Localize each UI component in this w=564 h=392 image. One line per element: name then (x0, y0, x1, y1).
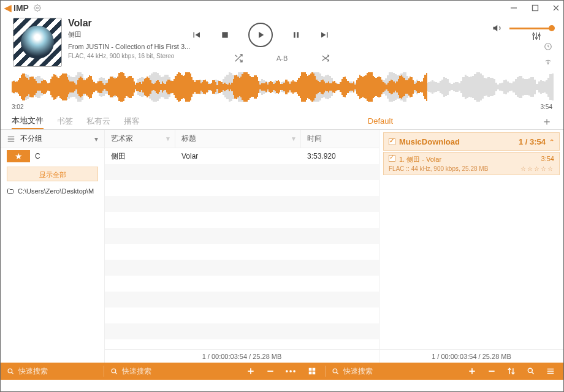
svg-marker-8 (494, 25, 498, 32)
svg-line-19 (235, 55, 237, 57)
more-button[interactable]: ••• (286, 367, 297, 375)
add-button[interactable] (246, 367, 255, 375)
svg-rect-32 (309, 372, 312, 375)
playlist-header[interactable]: MusicDownload 1 / 3:54 ⌃ (383, 132, 560, 151)
svg-point-12 (533, 34, 535, 36)
svg-line-40 (532, 372, 534, 374)
equalizer-button[interactable] (532, 31, 541, 41)
filter-icon[interactable]: ▼ (291, 135, 297, 142)
settings-gear-icon[interactable] (34, 4, 41, 12)
col-artist-header[interactable]: 艺术家▼ (105, 130, 175, 148)
show-all-button[interactable]: 显示全部 (7, 167, 98, 181)
remove-button[interactable] (266, 367, 275, 375)
next-track-button[interactable] (319, 29, 330, 40)
svg-rect-7 (297, 32, 299, 37)
window-maximize-icon[interactable] (532, 4, 539, 12)
cell-artist: 侧田 (105, 151, 175, 162)
search-input-mid[interactable]: 快速搜索 (122, 366, 151, 377)
window-close-icon[interactable] (552, 4, 560, 12)
search-input-left[interactable]: 快速搜索 (18, 366, 48, 377)
tab-private-cloud[interactable]: 私有云 (86, 113, 110, 129)
time-current: 3:02 (12, 104, 23, 110)
hamburger-icon[interactable] (7, 135, 15, 143)
checkbox-icon[interactable] (389, 138, 395, 145)
tab-local-files[interactable]: 本地文件 (12, 113, 44, 129)
filter-icon[interactable]: ▼ (165, 135, 171, 142)
search-icon (332, 368, 340, 375)
cell-title: Volar (175, 152, 301, 160)
cell-time: 3:53.920 (301, 152, 362, 160)
star-tag[interactable]: ★ (7, 150, 30, 162)
add-button[interactable] (468, 367, 476, 375)
playlist-count: 1 / 3:54 (519, 137, 546, 146)
group-dropdown-icon[interactable]: ▾ (94, 135, 98, 143)
col-title-header[interactable]: 标题▼ (175, 130, 301, 148)
filter-letter: C (35, 152, 40, 160)
svg-line-35 (337, 372, 338, 374)
playlist-name: MusicDownload (399, 137, 460, 146)
mid-status: 1 / 00:00:03:54 / 25.28 MB (105, 349, 379, 363)
remove-button[interactable] (487, 367, 496, 375)
volume-slider[interactable] (509, 28, 552, 29)
item-spec: FLAC :: 44 kHz, 900 kbps, 25.28 MB (389, 165, 488, 172)
sort-button[interactable] (507, 367, 516, 375)
checkbox-icon[interactable] (389, 155, 395, 162)
svg-line-24 (12, 372, 13, 374)
item-duration: 3:54 (541, 155, 554, 164)
svg-point-34 (333, 369, 337, 373)
stop-button[interactable] (220, 30, 230, 40)
app-logo: ◀ IMP (4, 2, 29, 13)
pause-button[interactable] (291, 30, 301, 40)
crossfade-button[interactable] (321, 53, 330, 63)
svg-rect-33 (313, 372, 316, 375)
menu-button[interactable] (546, 367, 555, 375)
svg-rect-2 (533, 6, 538, 11)
wifi-icon[interactable] (544, 57, 552, 66)
item-label: 1. 侧田 - Volar (399, 155, 441, 164)
clock-icon[interactable] (544, 42, 552, 51)
window-minimize-icon[interactable] (509, 4, 518, 12)
col-time-header[interactable]: 时间 (301, 130, 362, 148)
svg-rect-30 (309, 368, 312, 371)
svg-rect-6 (294, 32, 295, 37)
folder-row[interactable]: C:\Users\Zero\Desktop\M (1, 184, 104, 198)
item-rating[interactable]: ☆☆☆☆☆ (520, 165, 554, 172)
ab-repeat-button[interactable]: A-B (276, 55, 288, 62)
empty-rows (105, 164, 379, 349)
shuffle-button[interactable] (234, 53, 243, 63)
prev-track-button[interactable] (191, 29, 202, 40)
svg-point-39 (528, 368, 532, 372)
volume-icon[interactable] (492, 23, 503, 34)
search-input-right[interactable]: 快速搜索 (343, 366, 373, 377)
svg-rect-31 (313, 368, 316, 371)
app-name: IMP (13, 3, 29, 13)
logo-chevron-icon: ◀ (4, 2, 12, 13)
add-playlist-button[interactable]: ＋ (541, 114, 552, 129)
search-icon (110, 368, 118, 375)
search-button[interactable] (527, 367, 535, 375)
svg-point-25 (112, 369, 116, 373)
svg-point-14 (538, 34, 540, 36)
folder-path: C:\Users\Zero\Desktop\M (18, 187, 94, 195)
waveform-seek[interactable] (12, 72, 552, 102)
search-icon (7, 368, 15, 375)
svg-point-13 (536, 37, 538, 39)
tab-bookmarks[interactable]: 书签 (57, 113, 73, 129)
playlist-group-title[interactable]: Default (368, 116, 393, 126)
svg-line-26 (115, 372, 117, 374)
collapse-icon[interactable]: ⌃ (549, 138, 554, 145)
svg-rect-5 (222, 32, 227, 37)
tab-podcast[interactable]: 播客 (124, 113, 140, 129)
group-label[interactable]: 不分组 (20, 134, 42, 144)
playlist-status: 1 / 00:00:03:54 / 25.28 MB (379, 349, 563, 363)
table-row[interactable]: 侧田 Volar 3:53.920 (105, 148, 379, 164)
grid-view-button[interactable] (308, 367, 316, 375)
svg-point-23 (8, 369, 12, 373)
filter-row[interactable]: ★ C (1, 148, 104, 164)
folder-icon (7, 187, 14, 195)
svg-point-16 (547, 64, 548, 64)
play-button[interactable] (248, 23, 273, 47)
time-total: 3:54 (541, 104, 552, 110)
playlist-item[interactable]: 1. 侧田 - Volar 3:54 FLAC :: 44 kHz, 900 k… (383, 152, 560, 175)
album-cover[interactable] (13, 18, 62, 67)
